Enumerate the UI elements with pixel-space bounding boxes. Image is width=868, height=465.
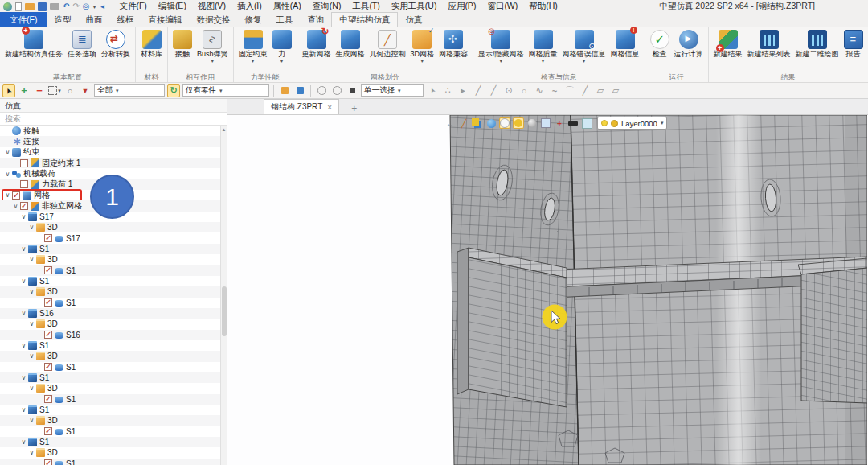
line2-icon[interactable] [487,84,500,97]
ribbon-tab-工具[interactable]: 工具 [268,13,300,27]
tree-item-3D[interactable]: ∨3D [0,383,227,393]
ribbon-tab-仿真[interactable]: 仿真 [398,13,429,27]
search-input[interactable] [0,113,227,126]
sphere-gray-icon[interactable] [526,117,538,129]
window-select-icon[interactable] [48,84,61,97]
menu-item[interactable]: 工具(T) [346,0,385,13]
chevron-down-icon[interactable]: ▾ [252,59,255,64]
point-icon[interactable] [441,84,454,97]
menu-item[interactable]: 属性(A) [268,0,307,13]
chevron-down-icon[interactable]: ∨ [19,342,28,349]
globe-icon[interactable] [485,117,497,129]
ribbon-button-new-result[interactable]: 新建结果 [711,30,745,59]
collapse-icon[interactable] [100,2,106,12]
circle-center-icon[interactable] [502,84,515,97]
chevron-down-icon[interactable]: ∨ [27,224,36,231]
chevron-down-icon[interactable]: ∨ [3,149,12,156]
tree-item-约束[interactable]: ∨约束 [0,147,227,158]
chevron-down-icon[interactable]: ∨ [27,352,36,360]
tree-item-S16[interactable]: ∨S16 [0,308,227,319]
ribbon-button-update-mesh[interactable]: 更新网格 [300,30,334,59]
chevron-down-icon[interactable]: ∨ [27,256,36,263]
cyan-square-icon[interactable] [581,117,592,129]
ribbon-button-mesh-3d[interactable]: 3D网格▾ [408,30,437,64]
tree-item-S1[interactable]: S1 [0,362,227,372]
ribbon-button-mesh-quality[interactable]: 网格质量▾ [526,30,560,64]
chevron-down-icon[interactable]: ∨ [19,310,28,317]
print-icon[interactable] [50,3,59,10]
segment-icon[interactable] [579,84,592,97]
tree-item-S1[interactable]: S1 [0,426,227,437]
tree-item-S1[interactable]: S1 [0,394,227,405]
chevron-down-icon[interactable]: ▾ [542,59,545,64]
chevron-down-icon[interactable]: ∨ [27,288,36,295]
sphere-yellow-icon[interactable] [513,117,524,129]
chevron-down-icon[interactable]: ∨ [11,203,20,210]
chevron-down-icon[interactable]: ∨ [19,374,28,381]
select-cursor-icon[interactable] [2,84,15,97]
checkbox-checked[interactable] [44,234,52,242]
chevron-down-icon[interactable]: ∨ [19,406,28,414]
chevron-down-icon[interactable]: ▾ [500,59,503,64]
caret-icon[interactable] [93,2,96,12]
menu-item[interactable]: 窗口(W) [481,0,523,13]
save-icon[interactable] [38,2,47,11]
tree-item-S1[interactable]: ∨S1 [0,340,227,351]
frame-icon[interactable] [540,117,551,129]
chevron-down-icon[interactable]: ∨ [19,245,28,253]
show-only-icon[interactable] [167,84,180,97]
layer-select[interactable]: Layer0000▾ [597,117,667,130]
ribbon-tab-线框[interactable]: 线框 [109,13,141,27]
chevron-down-icon[interactable]: ∨ [27,320,36,327]
menu-item[interactable]: 文件(F) [113,0,152,13]
ribbon-button-run-calc[interactable]: 运行计算 [672,30,706,59]
tree-item-S1[interactable]: S1 [0,459,227,465]
ribbon-tab-曲面[interactable]: 曲面 [78,13,109,27]
ribbon-tab-查询[interactable]: 查询 [300,13,331,27]
filter-icon[interactable] [79,84,92,97]
tree-item-3D[interactable]: ∨3D [0,351,227,361]
tree-item-S1[interactable]: ∨S1 [0,372,227,383]
tree-item-固定约束 1[interactable]: 固定约束 1 [0,158,227,168]
ribbon-button-material-lib[interactable]: 材料库 [138,30,165,59]
app-logo-icon[interactable] [3,2,12,11]
tree-item-S16[interactable]: S16 [0,330,227,340]
palette-icon[interactable] [472,117,483,129]
ribbon-button-report[interactable]: 报告 [841,30,866,59]
sphere-white-icon[interactable] [499,117,510,129]
tree-item-S17[interactable]: S17 [0,232,227,243]
viewport-3d[interactable]: Layer0000▾ [227,115,868,465]
arc-icon[interactable] [563,84,576,97]
ribbon-tab-直接编辑[interactable]: 直接编辑 [141,13,189,27]
menu-item[interactable]: 视图(V) [192,0,231,13]
pointer-icon[interactable] [426,84,439,97]
ribbon-button-task-options[interactable]: 任务选项 [65,30,99,59]
ribbon-button-new-2d-plot[interactable]: 新建二维绘图 [793,30,841,59]
checkbox-checked[interactable] [12,191,20,200]
history2-icon[interactable] [330,84,343,97]
ribbon-tab-数据交换[interactable]: 数据交换 [189,13,237,27]
chevron-down-icon[interactable]: ▾ [280,59,284,64]
tree-item-3D[interactable]: ∨3D [0,319,227,329]
menu-item[interactable]: 编辑(E) [153,0,192,13]
ribbon-button-show-hide-mesh[interactable]: 显示/隐藏网格▾ [476,30,526,64]
spline-icon[interactable] [533,84,546,97]
tree-item-S1[interactable]: S1 [0,265,227,275]
scroll-up-icon[interactable]: ▲ [221,127,227,132]
ribbon-button-fixed-constraint[interactable]: 固定约束▾ [236,30,270,64]
exit-icon[interactable] [444,117,456,129]
chevron-down-icon[interactable]: ∨ [27,385,36,392]
lasso-select-icon[interactable] [63,84,76,97]
selection-mode-select[interactable]: 单一选择▾ [361,84,424,97]
tree-item-接触[interactable]: 接触 [0,126,227,136]
history-icon[interactable] [315,84,328,97]
tree-item-S1[interactable]: ∨S1 [0,276,227,286]
tree-item-3D[interactable]: ∨3D [0,447,227,458]
checkbox-checked[interactable] [44,298,52,307]
ribbon-button-force[interactable]: 力▾ [270,30,294,64]
checkbox-checked[interactable] [44,266,52,274]
wave-icon[interactable] [548,84,561,97]
ribbon-button-check[interactable]: 检查 [648,30,672,59]
ribbon-button-bush-spring[interactable]: Bush弹簧▾ [194,30,231,64]
dark-square-icon[interactable] [346,84,358,97]
